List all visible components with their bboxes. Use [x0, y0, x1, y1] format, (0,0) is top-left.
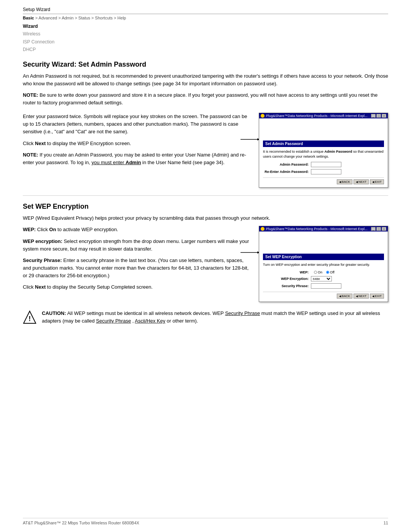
- caution-label: CAUTION:: [42, 310, 66, 316]
- ie-restore2[interactable]: □: [376, 227, 381, 231]
- arrow-icon1: [241, 132, 261, 147]
- section2-para2: WEP encryption: Select encryption streng…: [23, 238, 251, 253]
- nav-item-wireless[interactable]: Wireless: [23, 30, 388, 38]
- ie-next-icon2: ◀: [356, 295, 358, 298]
- section2-body: WEP (Wired Equivalent Privacy) helps pro…: [23, 214, 388, 222]
- ie-phrase-label: Security Phrase:: [263, 284, 309, 288]
- ie-input-readmin[interactable]: [311, 169, 341, 174]
- breadcrumb-rest: > Advanced > Admin > Status > Shortcuts …: [35, 16, 126, 20]
- caution-text: CAUTION: All WEP settings must be identi…: [42, 310, 388, 325]
- ie-label-admin: Admin Password:: [263, 163, 309, 166]
- ie-exit-icon1: ◀: [372, 181, 374, 184]
- section1-note: NOTE: Be sure to write down your passwor…: [23, 91, 388, 107]
- ie-radio-off[interactable]: Off: [326, 270, 335, 274]
- nav-item-dhcp[interactable]: DHCP: [23, 46, 388, 53]
- ie-button-row2: ◀ BACK ◀ NEXT ◀ EXIT: [263, 292, 384, 299]
- ie-next-icon1: ◀: [356, 181, 358, 184]
- ie-browser-area1: [263, 121, 384, 141]
- note-bold-label: NOTE:: [23, 92, 38, 98]
- ie-minimize2[interactable]: _: [371, 227, 376, 231]
- section2-col-right: Plug&Share™Data Networking Products - Mi…: [259, 226, 388, 302]
- ie-close2[interactable]: ×: [382, 227, 386, 231]
- ie-titlebar2: Plug&Share™Data Networking Products - Mi…: [259, 226, 388, 232]
- sec-phrase-bold: Security Phrase:: [23, 257, 62, 263]
- ie-titlebar-left1: Plug&Share™Data Networking Products - Mi…: [261, 114, 368, 118]
- ie-wep-label: WEP:: [263, 270, 309, 274]
- section1-col-right: Plug&Share™Data Networking Products - Mi…: [259, 113, 388, 188]
- ie-body-text1: It is recommended to establish a unique …: [263, 149, 384, 159]
- caution-text1: All WEP settings must be identical in al…: [67, 310, 225, 316]
- ie-back-btn1[interactable]: ◀ BACK: [337, 179, 352, 184]
- ie-close1[interactable]: ×: [382, 114, 386, 118]
- ie-encryption-select[interactable]: 64Bit: [311, 276, 332, 281]
- breadcrumb-bold: Basic: [23, 16, 34, 20]
- section1-para1: Enter your password twice. Symbols will …: [23, 113, 251, 136]
- ie-encryption-label: WEP Encryption:: [263, 277, 309, 281]
- ie-radio-off-label: Off: [330, 270, 335, 274]
- wep-label-bold: WEP:: [23, 227, 36, 232]
- section1-note-end: in the User Name field (see page 34).: [142, 160, 225, 165]
- page-footer: AT&T Plug&Share™ 22 Mbps Turbo Wireless …: [23, 518, 388, 525]
- footer-right: 11: [384, 521, 388, 525]
- ie-form-row2: Re-Enter Admin Password:: [263, 169, 384, 174]
- ie-label-readmin: Re-Enter Admin Password:: [263, 170, 309, 174]
- ie-content1: Set Admin Password It is recommended to …: [259, 118, 388, 187]
- section2-col-right-wrapper: Plug&Share™Data Networking Products - Mi…: [259, 226, 388, 302]
- section2-para1: WEP: Click On to activate WEP encryption…: [23, 226, 251, 233]
- wep-text: Click On to activate WEP encryption.: [37, 227, 118, 232]
- ie-exit-btn2[interactable]: ◀ EXIT: [370, 294, 384, 299]
- ie-form-row1: Admin Password:: [263, 162, 384, 167]
- section2-heading: Set WEP Encryption: [23, 203, 388, 211]
- section1-note-bold: NOTE:: [23, 152, 38, 158]
- ie-title1: Plug&Share™Data Networking Products - Mi…: [266, 114, 368, 118]
- caution-text4: or other term).: [167, 318, 198, 324]
- top-title: Setup Wizard: [23, 7, 388, 14]
- section1-body: An Admin Password is not required, but i…: [23, 72, 388, 88]
- ie-radio-on[interactable]: On: [314, 270, 322, 274]
- ie-title2: Plug&Share™Data Networking Products - Mi…: [266, 227, 368, 231]
- ie-section-header1: Set Admin Password: [263, 141, 384, 147]
- ie-next-btn1[interactable]: ◀ NEXT: [354, 179, 369, 184]
- section1-two-col: Enter your password twice. Symbols will …: [23, 113, 388, 188]
- caution-link3[interactable]: Ascii/Hex Key: [135, 318, 165, 324]
- caution-link1[interactable]: Security Phrase: [225, 310, 260, 316]
- ie-controls1: _ □ ×: [371, 114, 386, 118]
- svg-text:!: !: [29, 315, 31, 323]
- breadcrumb: Basic > Advanced > Admin > Status > Shor…: [23, 16, 388, 20]
- ie-back-btn2[interactable]: ◀ BACK: [337, 294, 352, 299]
- caution-link2[interactable]: Security Phrase: [96, 318, 131, 324]
- section2-para3: Security Phrase: Enter a security phrase…: [23, 257, 251, 280]
- section2-col-left: WEP: Click On to activate WEP encryption…: [23, 226, 251, 295]
- ie-section-header2: Set WEP Encryption: [263, 254, 384, 260]
- section2-two-col: WEP: Click On to activate WEP encryption…: [23, 226, 388, 302]
- note-text-content: Be sure to write down your password and …: [23, 92, 378, 105]
- ie-exit-icon2: ◀: [372, 295, 374, 298]
- ie-exit-btn1[interactable]: ◀ EXIT: [370, 179, 384, 184]
- ie-content2: Set WEP Encryption Turn on WEP encryptio…: [259, 232, 388, 302]
- section1-para2: Click Next to display the WEP Encryption…: [23, 140, 251, 147]
- caution-box: ! CAUTION: All WEP settings must be iden…: [23, 310, 388, 325]
- ie-minimize1[interactable]: _: [371, 114, 376, 118]
- ie-next-btn2[interactable]: ◀ NEXT: [354, 294, 369, 299]
- nav-item-isp[interactable]: ISP Connection: [23, 38, 388, 46]
- section1-screenshot: Plug&Share™Data Networking Products - Mi…: [259, 113, 388, 188]
- ie-icon2: [261, 227, 264, 231]
- ie-phrase-input[interactable]: [311, 283, 341, 289]
- wep-enc-bold: WEP encryption:: [23, 238, 62, 244]
- arrow-icon2: [241, 245, 261, 260]
- section1-heading: Security Wizard: Set Admin Password: [23, 61, 388, 69]
- ie-titlebar1: Plug&Share™Data Networking Products - Mi…: [259, 113, 388, 118]
- setup-wizard-title: Setup Wizard: [23, 7, 50, 12]
- section-divider: [23, 195, 388, 196]
- ie-encryption-row: WEP Encryption: 64Bit: [263, 276, 384, 281]
- ie-wep-row: WEP: On Off: [263, 270, 384, 274]
- ie-back-icon2: ◀: [339, 295, 341, 298]
- ie-icon1: [261, 114, 264, 118]
- nav-item-wizard[interactable]: Wizard: [23, 22, 388, 30]
- ie-controls2: _ □ ×: [371, 227, 386, 231]
- ie-phrase-row: Security Phrase:: [263, 283, 384, 289]
- ie-restore1[interactable]: □: [376, 114, 381, 118]
- section2-para4: Click Next to display the Security Setup…: [23, 283, 251, 291]
- ie-titlebar-left2: Plug&Share™Data Networking Products - Mi…: [261, 227, 368, 231]
- ie-input-admin[interactable]: [311, 162, 341, 167]
